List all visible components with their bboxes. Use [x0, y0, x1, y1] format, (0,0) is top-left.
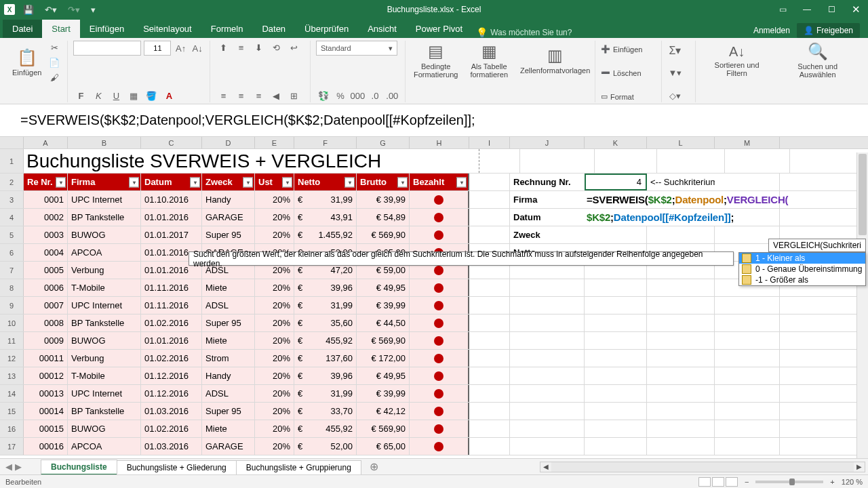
format-cells-button[interactable]: ▭Format — [601, 91, 656, 102]
filter-header[interactable]: Re Nr.▾ — [24, 174, 68, 190]
status-dot[interactable] — [410, 191, 469, 208]
filter-header[interactable]: Bezahlt▾ — [410, 174, 469, 190]
row-header[interactable]: 10 — [0, 314, 24, 331]
share-button[interactable]: 👤 Freigeben — [797, 23, 860, 38]
ac-option[interactable]: -1 - Größer als — [739, 274, 865, 285]
align-left-icon[interactable]: ≡ — [216, 89, 231, 102]
percent-icon[interactable]: % — [333, 89, 347, 102]
row-header[interactable]: 3 — [0, 191, 24, 208]
merge-icon[interactable]: ⊞ — [286, 89, 301, 102]
filter-icon[interactable]: ▾ — [129, 177, 139, 187]
align-top-icon[interactable]: ⬆ — [216, 41, 231, 54]
redo-icon[interactable]: ↷▾ — [65, 5, 83, 15]
col-header[interactable]: D — [202, 137, 255, 148]
tell-me-search[interactable]: 💡 Was möchten Sie tun? — [476, 27, 572, 38]
increase-decimal-icon[interactable]: .0 — [368, 89, 382, 102]
tab-pagelayout[interactable]: Seitenlayout — [134, 20, 201, 38]
tab-data[interactable]: Daten — [252, 20, 295, 38]
align-bottom-icon[interactable]: ⬇ — [251, 41, 266, 54]
format-as-table-button[interactable]: ▦Als Tabelle formatieren — [467, 41, 511, 80]
row-header[interactable]: 15 — [0, 403, 24, 420]
filter-icon[interactable]: ▾ — [282, 177, 292, 187]
ac-option[interactable]: 1 - Kleiner als — [739, 253, 865, 264]
spreadsheet-grid[interactable]: 1 Buchungsliste SVERWEIS + VERGLEICH 2 R… — [0, 149, 868, 461]
col-header[interactable]: M — [715, 137, 780, 148]
cell-styles-button[interactable]: ▥Zellenformatvorlagen — [517, 45, 593, 76]
filter-icon[interactable]: ▾ — [397, 177, 408, 187]
status-dot[interactable] — [410, 332, 469, 349]
currency-icon[interactable]: 💱 — [316, 89, 330, 102]
fill-color-icon[interactable]: 🪣 — [144, 89, 159, 102]
sheet-tab[interactable]: Buchungsliste + Gliederung — [117, 460, 237, 474]
row-header[interactable]: 1 — [0, 149, 24, 173]
page-layout-view-icon[interactable] — [712, 477, 724, 487]
zoom-in-icon[interactable]: + — [830, 478, 834, 486]
status-dot[interactable] — [410, 314, 469, 331]
row-header[interactable]: 11 — [0, 332, 24, 349]
cut-icon[interactable]: ✂ — [47, 41, 62, 54]
save-icon[interactable]: 💾 — [20, 5, 37, 15]
next-sheet-icon[interactable]: ▶ — [15, 462, 22, 472]
ac-option[interactable]: 0 - Genaue Übereinstimmung — [739, 264, 865, 274]
sheet-tab[interactable]: Buchungsliste + Gruppierung — [236, 460, 361, 474]
qat-more-icon[interactable]: ▾ — [88, 5, 98, 15]
vertical-scrollbar[interactable] — [856, 152, 868, 458]
insert-cells-button[interactable]: ➕Einfügen — [601, 43, 656, 55]
col-header[interactable]: A — [24, 137, 68, 148]
paste-button[interactable]: 📋 Einfügen — [9, 47, 44, 78]
row-header[interactable]: 2 — [0, 174, 24, 190]
status-dot[interactable] — [410, 350, 469, 367]
align-middle-icon[interactable]: ≡ — [233, 41, 248, 54]
formula-cell[interactable]: =SVERWEIS($K$2;Datenpool;VERGLEICH( — [585, 191, 780, 208]
tab-insert[interactable]: Einfügen — [80, 20, 134, 38]
status-dot[interactable] — [410, 279, 469, 296]
thousands-icon[interactable]: 000 — [351, 89, 366, 102]
col-header[interactable]: K — [585, 137, 647, 148]
col-header[interactable]: B — [68, 137, 141, 148]
close-icon[interactable]: ✕ — [844, 0, 868, 19]
autosum-icon[interactable]: Σ▾ — [667, 43, 682, 57]
sheet-tab[interactable]: Buchungsliste — [41, 460, 117, 475]
col-header[interactable]: E — [255, 137, 294, 148]
filter-header[interactable]: Ust▾ — [255, 174, 294, 190]
row-header[interactable]: 5 — [0, 226, 24, 243]
undo-icon[interactable]: ↶▾ — [42, 5, 60, 15]
row-header[interactable]: 9 — [0, 297, 24, 314]
wrap-text-icon[interactable]: ↩ — [286, 41, 301, 54]
orientation-icon[interactable]: ⟲ — [269, 41, 283, 54]
increase-font-icon[interactable]: A↑ — [174, 41, 188, 55]
col-header[interactable]: J — [510, 137, 585, 148]
status-dot[interactable] — [410, 438, 469, 455]
lookup-value-input[interactable]: 4 — [585, 174, 647, 190]
ribbon-options-icon[interactable]: ▭ — [770, 0, 795, 19]
col-header[interactable]: G — [357, 137, 410, 148]
filter-header[interactable]: Datum▾ — [141, 174, 202, 190]
row-header[interactable]: 16 — [0, 420, 24, 437]
status-dot[interactable] — [410, 403, 469, 420]
normal-view-icon[interactable] — [698, 477, 711, 487]
tab-file[interactable]: Datei — [3, 20, 42, 38]
col-header[interactable]: L — [647, 137, 715, 148]
filter-icon[interactable]: ▾ — [56, 177, 66, 187]
tab-review[interactable]: Überprüfen — [295, 20, 358, 38]
filter-header[interactable]: Brutto▾ — [357, 174, 410, 190]
clear-icon[interactable]: ◇▾ — [667, 89, 682, 102]
status-dot[interactable] — [410, 420, 469, 437]
select-all-corner[interactable] — [0, 137, 24, 148]
status-dot[interactable] — [410, 367, 469, 384]
row-header[interactable]: 7 — [0, 262, 24, 279]
filter-icon[interactable]: ▾ — [344, 177, 355, 187]
autocomplete-list[interactable]: 1 - Kleiner als 0 - Genaue Übereinstimmu… — [738, 252, 866, 286]
status-dot[interactable] — [410, 385, 469, 402]
font-name-input[interactable] — [73, 41, 141, 56]
filter-header[interactable]: Netto▾ — [294, 174, 357, 190]
tab-start[interactable]: Start — [42, 20, 79, 38]
col-header[interactable]: H — [410, 137, 469, 148]
row-header[interactable]: 4 — [0, 209, 24, 226]
formula-cell[interactable]: $K$2;Datenpool[[#Kopfzeilen]]; — [585, 209, 780, 226]
prev-sheet-icon[interactable]: ◀ — [5, 462, 12, 472]
tab-powerpivot[interactable]: Power Pivot — [406, 20, 472, 38]
filter-header[interactable]: Firma▾ — [68, 174, 141, 190]
conditional-formatting-button[interactable]: ▤Bedingte Formatierung — [411, 41, 460, 80]
decrease-decimal-icon[interactable]: .00 — [385, 89, 399, 102]
